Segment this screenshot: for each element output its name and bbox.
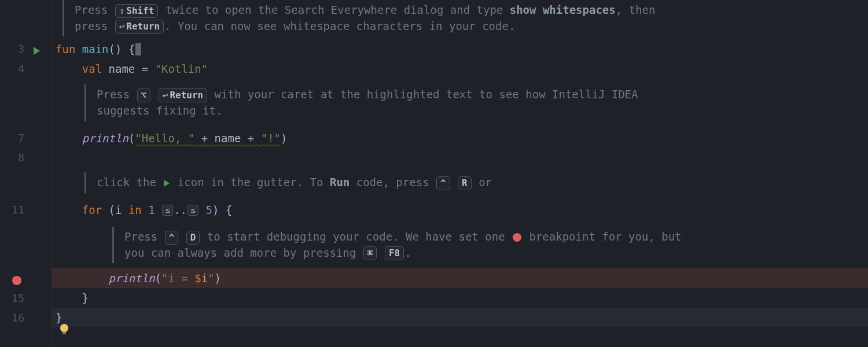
hint-comment: Press ⌥ ↩Return with your caret at the h… — [52, 84, 868, 121]
line-number: 4 — [0, 62, 24, 75]
code-line-current[interactable]: } — [52, 308, 868, 327]
key-shift: ⇧Shift — [115, 4, 159, 18]
caret — [135, 43, 141, 56]
key-ctrl: ^ — [436, 176, 450, 190]
line-number: 7 — [0, 132, 24, 144]
breakpoint-gutter-icon[interactable] — [8, 273, 25, 286]
code-editor: 3 4 7 8 11 15 16 Press ⇧Shift twice to o… — [0, 0, 868, 347]
key-return: ↩Return — [115, 20, 164, 34]
code-line[interactable]: for (i in 1 ≤..≤ 5) { — [52, 200, 868, 220]
hint-comment: Press ^ D to start debugging your code. … — [52, 227, 868, 263]
key-r: R — [458, 176, 472, 190]
hint-comment: Press ⇧Shift twice to open the Search Ev… — [52, 0, 868, 36]
code-line[interactable]: } — [52, 288, 868, 308]
code-line-breakpoint[interactable]: println("i = $i") — [52, 268, 868, 288]
line-number: 11 — [0, 204, 24, 216]
line-number: 16 — [0, 312, 24, 324]
key-f8: F8 — [385, 246, 404, 260]
key-cmd: ⌘ — [363, 246, 377, 260]
breakpoint-icon — [513, 233, 521, 242]
comment-bar — [84, 172, 86, 193]
line-number: 3 — [0, 43, 24, 55]
inlay-hint[interactable]: ≤ — [187, 205, 198, 216]
key-d: D — [186, 231, 200, 245]
code-line[interactable] — [52, 148, 868, 168]
intention-bulb-icon[interactable] — [60, 324, 68, 334]
run-gutter-icon[interactable] — [28, 45, 45, 57]
code-line[interactable]: val name = "Kotlin" — [52, 59, 868, 79]
hint-comment: click the icon in the gutter. To Run cod… — [52, 172, 868, 193]
comment-bar — [84, 84, 86, 121]
code-line[interactable]: println("Hello, " + name + "!") — [52, 128, 868, 148]
gutter: 3 4 7 8 11 15 16 — [0, 0, 52, 347]
key-ctrl: ^ — [165, 231, 179, 245]
run-icon — [164, 180, 170, 187]
inlay-hint[interactable]: ≤ — [162, 205, 173, 216]
code-area[interactable]: Press ⇧Shift twice to open the Search Ev… — [52, 0, 868, 347]
line-number: 15 — [0, 292, 24, 304]
comment-bar — [112, 227, 114, 263]
comment-bar — [62, 0, 64, 36]
line-number: 8 — [0, 152, 24, 164]
key-option: ⌥ — [137, 88, 151, 102]
key-return: ↩Return — [159, 88, 207, 102]
code-line[interactable]: fun main() { — [52, 39, 868, 59]
